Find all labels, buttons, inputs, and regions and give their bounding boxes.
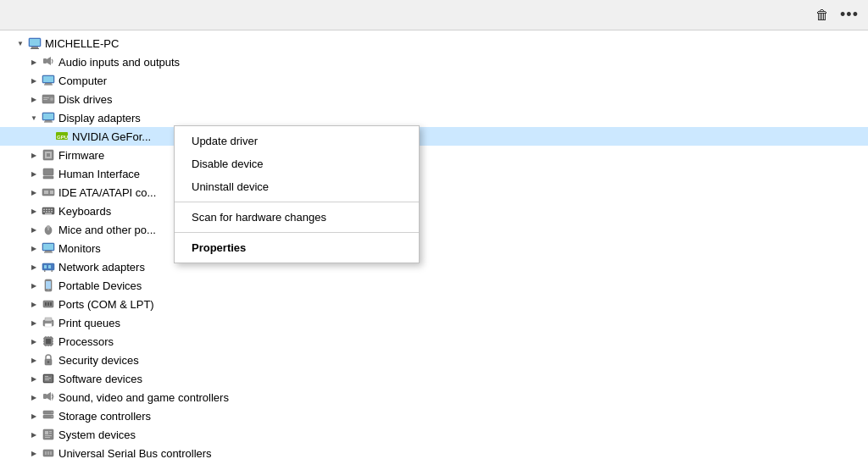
firmware-expand-btn[interactable] xyxy=(27,148,41,162)
portable-expand-btn[interactable] xyxy=(27,279,41,292)
context-menu-scan[interactable]: Scan for hardware changes xyxy=(175,206,419,229)
svg-rect-3 xyxy=(30,39,40,46)
tree-item-print[interactable]: Print queues xyxy=(0,313,868,332)
tree-item-computer[interactable]: Computer xyxy=(0,71,868,90)
svg-rect-89 xyxy=(49,433,52,434)
svg-rect-48 xyxy=(52,270,53,272)
audio-label: Audio inputs and outputs xyxy=(58,56,180,69)
svg-rect-80 xyxy=(45,379,49,380)
hid-label: Human Interface xyxy=(58,168,140,180)
software-expand-btn[interactable] xyxy=(27,372,41,385)
display-expand-btn[interactable] xyxy=(27,111,41,124)
svg-point-75 xyxy=(47,361,49,362)
monitors-expand-btn[interactable] xyxy=(27,241,41,255)
keyboards-expand-btn[interactable] xyxy=(27,204,41,218)
more-button[interactable]: ••• xyxy=(837,3,861,27)
svg-point-10 xyxy=(50,97,53,101)
sound-icon xyxy=(41,390,56,405)
svg-rect-42 xyxy=(45,251,52,252)
svg-point-85 xyxy=(52,416,53,417)
svg-point-39 xyxy=(47,225,50,229)
nvidia-no-expand xyxy=(41,130,54,143)
hid-expand-btn[interactable] xyxy=(27,167,41,180)
ide-expand-btn[interactable] xyxy=(27,185,41,199)
audio-icon xyxy=(41,54,56,69)
svg-rect-14 xyxy=(43,113,53,119)
network-expand-btn[interactable] xyxy=(27,260,41,274)
context-menu-uninstall[interactable]: Uninstall device xyxy=(175,175,419,198)
tree-item-security[interactable]: Security devices xyxy=(0,351,868,369)
network-label: Network adapters xyxy=(58,261,145,274)
tree-item-monitors[interactable]: Monitors xyxy=(0,239,868,257)
context-menu-disable[interactable]: Disable device xyxy=(175,152,419,175)
svg-rect-23 xyxy=(43,176,53,179)
system-label: System devices xyxy=(58,429,136,441)
tree-item-network[interactable]: Network adapters xyxy=(0,257,868,276)
svg-rect-61 xyxy=(46,339,51,344)
delete-icon: 🗑 xyxy=(815,8,829,23)
print-icon xyxy=(41,315,56,330)
svg-rect-90 xyxy=(45,435,52,436)
svg-rect-8 xyxy=(44,85,53,86)
tree-item-disk[interactable]: Disk drives xyxy=(0,90,868,108)
computer-expand-btn[interactable] xyxy=(27,74,41,87)
security-label: Security devices xyxy=(58,354,139,367)
svg-rect-11 xyxy=(43,97,49,98)
audio-expand-btn[interactable] xyxy=(27,55,41,69)
svg-rect-21 xyxy=(47,153,50,157)
svg-rect-30 xyxy=(48,209,50,211)
tree-root-item[interactable]: MICHELLE-PC xyxy=(0,34,868,53)
print-expand-btn[interactable] xyxy=(27,316,41,329)
ports-expand-btn[interactable] xyxy=(27,297,41,311)
tree-item-ports[interactable]: Ports (COM & LPT) xyxy=(0,295,868,313)
device-tree[interactable]: MICHELLE-PC Audio inputs and outputs xyxy=(0,30,868,470)
svg-rect-79 xyxy=(45,378,51,379)
processors-label: Processors xyxy=(58,335,114,348)
context-menu-update[interactable]: Update driver xyxy=(175,130,419,152)
svg-rect-1 xyxy=(31,47,38,48)
svg-point-51 xyxy=(47,289,48,290)
svg-rect-35 xyxy=(51,211,53,213)
print-label: Print queues xyxy=(58,317,120,329)
sound-label: Sound, video and game controllers xyxy=(58,391,229,404)
tree-item-usb[interactable]: Universal Serial Bus controllers xyxy=(0,444,868,462)
svg-rect-43 xyxy=(44,252,53,253)
firmware-icon xyxy=(41,147,56,163)
disk-expand-btn[interactable] xyxy=(27,92,41,106)
proc-expand-btn[interactable] xyxy=(27,335,41,348)
tree-item-nvidia[interactable]: GPU NVIDIA GeFor... xyxy=(0,127,868,146)
tree-item-ide[interactable]: IDE ATA/ATAPI co... xyxy=(0,183,868,202)
usb-expand-btn[interactable] xyxy=(27,446,41,460)
tree-item-software[interactable]: Software devices xyxy=(0,369,868,388)
svg-rect-94 xyxy=(47,451,49,455)
firmware-label: Firmware xyxy=(58,149,104,162)
mice-expand-btn[interactable] xyxy=(27,223,41,236)
storage-icon xyxy=(41,408,56,423)
tree-item-processors[interactable]: Processors xyxy=(0,332,868,351)
system-expand-btn[interactable] xyxy=(27,428,41,441)
svg-rect-29 xyxy=(46,209,47,211)
tree-item-keyboards[interactable]: Keyboards xyxy=(0,202,868,220)
tree-item-storage[interactable]: Storage controllers xyxy=(0,406,868,425)
root-expand-btn[interactable] xyxy=(14,36,27,50)
svg-rect-58 xyxy=(45,323,52,327)
svg-rect-53 xyxy=(45,302,47,306)
context-menu-sep1 xyxy=(175,202,419,202)
root-icon xyxy=(27,36,42,51)
tree-item-mice[interactable]: Mice and other po... xyxy=(0,220,868,239)
sound-expand-btn[interactable] xyxy=(27,390,41,404)
context-menu-sep2 xyxy=(175,232,419,233)
tree-item-hid[interactable]: Human Interface xyxy=(0,164,868,183)
tree-item-audio[interactable]: Audio inputs and outputs xyxy=(0,53,868,71)
tree-item-system[interactable]: System devices xyxy=(0,425,868,444)
delete-button[interactable]: 🗑 xyxy=(810,3,834,27)
security-expand-btn[interactable] xyxy=(27,353,41,367)
context-menu-properties[interactable]: Properties xyxy=(175,236,419,259)
tree-item-portable[interactable]: Portable Devices xyxy=(0,276,868,295)
storage-expand-btn[interactable] xyxy=(27,409,41,423)
tree-item-display[interactable]: Display adapters xyxy=(0,108,868,127)
monitors-label: Monitors xyxy=(58,242,101,255)
system-icon xyxy=(41,427,56,442)
tree-item-firmware[interactable]: Firmware xyxy=(0,146,868,164)
tree-item-sound[interactable]: Sound, video and game controllers xyxy=(0,388,868,406)
